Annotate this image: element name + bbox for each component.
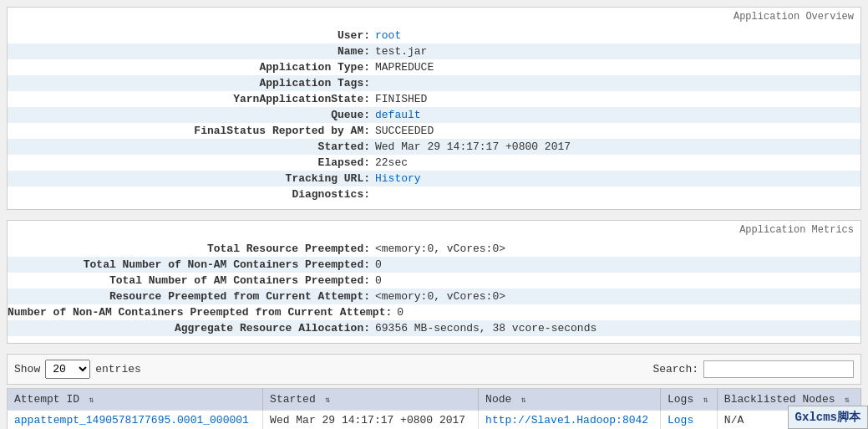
am-preempted-label: Total Number of AM Containers Preempted:: [8, 274, 375, 287]
queue-row: Queue: default: [8, 107, 860, 123]
app-tags-row: Application Tags:: [8, 75, 860, 91]
aggregate-label: Aggregate Resource Allocation:: [8, 322, 375, 335]
elapsed-row: Elapsed: 22sec: [8, 155, 860, 171]
table-controls: Show 20 10 50 100 entries Search:: [7, 354, 861, 385]
metrics-table: Total Resource Preempted: <memory:0, vCo…: [8, 221, 860, 343]
yarn-state-value: FINISHED: [375, 93, 427, 105]
queue-value: default: [375, 109, 421, 121]
attempts-table: Attempt ID ⇅ Started ⇅ Node ⇅ Logs ⇅ Bla…: [7, 388, 861, 429]
final-status-row: FinalStatus Reported by AM: SUCCEEDED: [8, 123, 860, 139]
search-label: Search:: [652, 363, 698, 375]
sort-node-icon: ⇅: [521, 395, 526, 405]
show-select[interactable]: 20 10 50 100: [45, 360, 90, 379]
elapsed-label: Elapsed:: [8, 156, 375, 169]
resource-current-value: <memory:0, vCores:0>: [375, 290, 505, 303]
elapsed-value: 22sec: [375, 156, 408, 169]
page-container: Application Overview User: root Name: te…: [0, 0, 868, 429]
col-attempt-id-label: Attempt ID: [14, 393, 79, 406]
tracking-url-row: Tracking URL: History: [8, 171, 860, 186]
attempt-id-link[interactable]: appattempt_1490578177695.0001_000001: [14, 414, 249, 426]
col-logs[interactable]: Logs ⇅: [660, 389, 717, 411]
non-am-preempted-row: Total Number of Non-AM Containers Preemp…: [8, 257, 860, 273]
overview-title: Application Overview: [733, 11, 854, 23]
sort-blacklisted-icon: ⇅: [845, 395, 850, 405]
aggregate-value: 69356 MB-seconds, 38 vcore-seconds: [375, 322, 596, 335]
name-value: test.jar: [375, 45, 427, 58]
cell-logs: Logs: [660, 411, 717, 430]
col-node[interactable]: Node ⇅: [479, 389, 661, 411]
user-value: root: [375, 29, 401, 42]
sort-logs-icon: ⇅: [703, 395, 708, 405]
table-row: appattempt_1490578177695.0001_000001 Wed…: [8, 411, 861, 430]
show-entries: Show 20 10 50 100 entries: [14, 360, 141, 379]
show-label: Show: [14, 363, 40, 375]
app-type-row: Application Type: MAPREDUCE: [8, 59, 860, 75]
table-header-row: Attempt ID ⇅ Started ⇅ Node ⇅ Logs ⇅ Bla…: [8, 389, 861, 411]
name-row: Name: test.jar: [8, 43, 860, 59]
col-started-label: Started: [270, 393, 316, 406]
app-type-value: MAPREDUCE: [375, 61, 434, 74]
resource-current-label: Resource Preempted from Current Attempt:: [8, 290, 375, 303]
col-node-label: Node: [485, 393, 511, 406]
non-am-current-row: Number of Non-AM Containers Preempted fr…: [8, 304, 860, 320]
final-status-value: SUCCEEDED: [375, 125, 434, 137]
cell-node: http://Slave1.Hadoop:8042: [479, 411, 661, 430]
resource-current-row: Resource Preempted from Current Attempt:…: [8, 289, 860, 304]
total-preempted-value: <memory:0, vCores:0>: [375, 243, 505, 255]
total-preempted-label: Total Resource Preempted:: [8, 243, 375, 255]
sort-started-icon: ⇅: [326, 395, 331, 405]
user-row: User: root: [8, 28, 860, 43]
tracking-url-label: Tracking URL:: [8, 172, 375, 185]
non-am-current-label: Number of Non-AM Containers Preempted fr…: [8, 306, 397, 319]
total-preempted-row: Total Resource Preempted: <memory:0, vCo…: [8, 241, 860, 257]
search-area: Search:: [652, 360, 854, 378]
started-value: Wed Mar 29 14:17:17 +0800 2017: [375, 140, 571, 153]
metrics-panel: Application Metrics Total Resource Preem…: [7, 220, 861, 344]
user-link[interactable]: root: [375, 29, 401, 42]
non-am-current-value: 0: [397, 306, 404, 319]
yarn-state-row: YarnApplicationState: FINISHED: [8, 91, 860, 107]
overview-table: User: root Name: test.jar Application Ty…: [8, 8, 860, 209]
metrics-title: Application Metrics: [739, 224, 854, 236]
col-attempt-id[interactable]: Attempt ID ⇅: [8, 389, 263, 411]
app-tags-label: Application Tags:: [8, 77, 375, 89]
started-row: Started: Wed Mar 29 14:17:17 +0800 2017: [8, 139, 860, 155]
started-label: Started:: [8, 140, 375, 153]
logs-link[interactable]: Logs: [667, 414, 693, 426]
diagnostics-row: Diagnostics:: [8, 186, 860, 202]
queue-link[interactable]: default: [375, 109, 421, 121]
watermark: Gxlcms脚本: [788, 406, 868, 429]
col-blacklisted-nodes-label: Blacklisted Nodes: [724, 393, 835, 406]
col-logs-label: Logs: [667, 393, 693, 406]
sort-attempt-id-icon: ⇅: [89, 395, 94, 405]
aggregate-row: Aggregate Resource Allocation: 69356 MB-…: [8, 320, 860, 336]
entries-label: entries: [95, 363, 141, 375]
overview-panel: Application Overview User: root Name: te…: [7, 7, 861, 210]
yarn-state-label: YarnApplicationState:: [8, 93, 375, 105]
name-label: Name:: [8, 45, 375, 58]
col-started[interactable]: Started ⇅: [263, 389, 479, 411]
cell-started: Wed Mar 29 14:17:17 +0800 2017: [263, 411, 479, 430]
final-status-label: FinalStatus Reported by AM:: [8, 125, 375, 137]
search-input[interactable]: [703, 360, 854, 378]
am-preempted-row: Total Number of AM Containers Preempted:…: [8, 273, 860, 289]
node-link[interactable]: http://Slave1.Hadoop:8042: [485, 414, 648, 426]
user-label: User:: [8, 29, 375, 42]
queue-label: Queue:: [8, 109, 375, 121]
tracking-url-link[interactable]: History: [375, 172, 421, 185]
cell-attempt-id: appattempt_1490578177695.0001_000001: [8, 411, 263, 430]
tracking-url-value: History: [375, 172, 421, 185]
non-am-preempted-label: Total Number of Non-AM Containers Preemp…: [8, 258, 375, 271]
am-preempted-value: 0: [375, 274, 382, 287]
app-type-label: Application Type:: [8, 61, 375, 74]
non-am-preempted-value: 0: [375, 258, 382, 271]
diagnostics-label: Diagnostics:: [8, 188, 375, 201]
